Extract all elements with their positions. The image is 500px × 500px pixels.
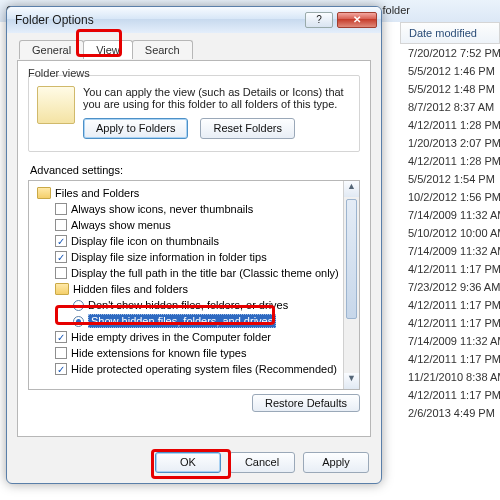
reset-folders-button[interactable]: Reset Folders (200, 118, 294, 139)
file-date-cell: 5/5/2012 1:48 PM (400, 80, 500, 98)
checkbox[interactable] (55, 267, 67, 279)
highlight-ok-button (151, 449, 231, 479)
tree-group-hidden: Hidden files and folders (33, 281, 355, 297)
advanced-settings-label: Advanced settings: (30, 164, 360, 176)
opt-hide-empty-drives[interactable]: Hide empty drives in the Computer folder (33, 329, 355, 345)
checkbox[interactable] (55, 219, 67, 231)
file-date-cell: 7/14/2009 11:32 AM (400, 206, 500, 224)
file-date-cell: 4/12/2011 1:28 PM (400, 116, 500, 134)
scroll-thumb[interactable] (346, 199, 357, 319)
advanced-settings-tree[interactable]: Files and Folders Always show icons, nev… (28, 180, 360, 390)
checkbox[interactable] (55, 347, 67, 359)
opt-full-path-titlebar[interactable]: Display the full path in the title bar (… (33, 265, 355, 281)
group-label-folder-views: Folder views (28, 67, 90, 79)
file-date-cell: 5/5/2012 1:54 PM (400, 170, 500, 188)
folder-options-dialog: Folder Options ? ✕ General View Search F… (6, 6, 382, 484)
tab-pane-view: Folder views You can apply the view (suc… (17, 60, 371, 437)
scroll-down-arrow[interactable]: ▼ (344, 373, 359, 389)
file-date-cell: 4/12/2011 1:17 PM (400, 260, 500, 278)
scrollbar[interactable]: ▲ ▼ (343, 181, 359, 389)
restore-defaults-button[interactable]: Restore Defaults (252, 394, 360, 412)
help-button[interactable]: ? (305, 12, 333, 28)
file-date-cell: 4/12/2011 1:17 PM (400, 296, 500, 314)
tree-group-files-folders: Files and Folders (33, 185, 355, 201)
folder-views-group: You can apply the view (such as Details … (28, 75, 360, 152)
file-date-cell: 10/2/2012 1:56 PM (400, 188, 500, 206)
folder-views-text: You can apply the view (such as Details … (83, 86, 351, 110)
file-date-cell: 4/12/2011 1:17 PM (400, 386, 500, 404)
file-date-cell: 7/14/2009 11:32 AM (400, 332, 500, 350)
file-date-cell: 11/21/2010 8:38 AM (400, 368, 500, 386)
file-date-cell: 7/14/2009 11:32 AM (400, 242, 500, 260)
opt-hide-protected-os[interactable]: Hide protected operating system files (R… (33, 361, 355, 377)
opt-file-size-tips[interactable]: Display file size information in folder … (33, 249, 355, 265)
checkbox-checked[interactable] (55, 331, 67, 343)
highlight-view-tab (76, 29, 122, 57)
file-date-cell: 7/20/2012 7:52 PM (400, 44, 500, 62)
opt-file-icon-thumb[interactable]: Display file icon on thumbnails (33, 233, 355, 249)
checkbox[interactable] (55, 203, 67, 215)
close-button[interactable]: ✕ (337, 12, 377, 28)
folder-views-icon (37, 86, 75, 124)
tab-search[interactable]: Search (132, 40, 193, 59)
file-date-cell: 5/10/2012 10:00 AM (400, 224, 500, 242)
titlebar[interactable]: Folder Options ? ✕ (7, 7, 381, 33)
file-date-cell: 4/12/2011 1:17 PM (400, 350, 500, 368)
folder-icon (37, 187, 51, 199)
checkbox-checked[interactable] (55, 251, 67, 263)
file-date-cell: 5/5/2012 1:46 PM (400, 62, 500, 80)
folder-icon (55, 283, 69, 295)
scroll-up-arrow[interactable]: ▲ (344, 181, 359, 197)
file-date-cell: 4/12/2011 1:17 PM (400, 314, 500, 332)
dialog-title: Folder Options (15, 13, 94, 27)
cancel-button[interactable]: Cancel (229, 452, 295, 473)
opt-hide-extensions[interactable]: Hide extensions for known file types (33, 345, 355, 361)
file-date-cell: 4/12/2011 1:28 PM (400, 152, 500, 170)
file-date-cell: 7/23/2012 9:36 AM (400, 278, 500, 296)
apply-button[interactable]: Apply (303, 452, 369, 473)
file-date-cell: 1/20/2013 2:07 PM (400, 134, 500, 152)
file-date-cell: 8/7/2012 8:37 AM (400, 98, 500, 116)
opt-always-menus[interactable]: Always show menus (33, 217, 355, 233)
checkbox-checked[interactable] (55, 235, 67, 247)
checkbox-checked[interactable] (55, 363, 67, 375)
column-header-date[interactable]: Date modified (400, 22, 500, 44)
highlight-show-hidden (55, 305, 275, 325)
opt-always-icons[interactable]: Always show icons, never thumbnails (33, 201, 355, 217)
file-date-cell: 2/6/2013 4:49 PM (400, 404, 500, 422)
tab-general[interactable]: General (19, 40, 84, 59)
apply-to-folders-button[interactable]: Apply to Folders (83, 118, 188, 139)
